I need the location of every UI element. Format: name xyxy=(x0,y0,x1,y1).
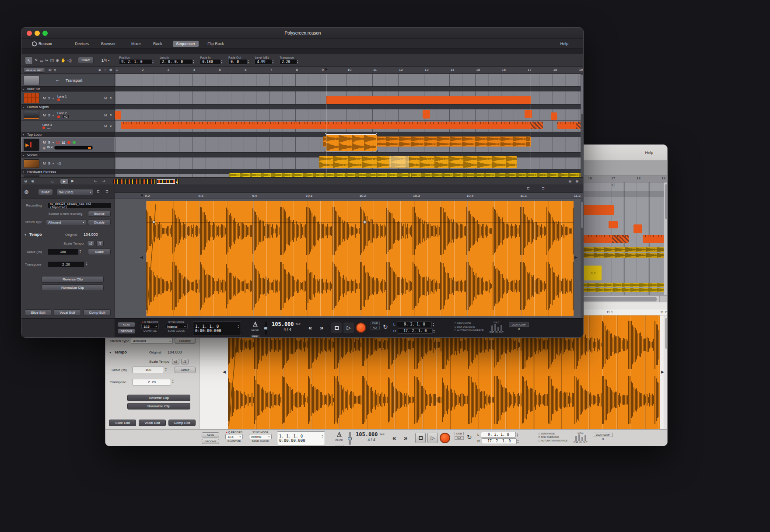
fadein-field[interactable]: 0.180 xyxy=(200,59,221,65)
tempo-slider[interactable] xyxy=(349,432,351,445)
comp-edit-button[interactable]: Comp Edit xyxy=(168,420,196,426)
marker-bracket-left[interactable]: ⊏ xyxy=(97,189,100,193)
clip-left-handle[interactable]: ◀ xyxy=(223,370,226,374)
loop-end-bracket[interactable]: ⊐ xyxy=(102,179,105,183)
lane-mute[interactable]: M xyxy=(104,97,107,100)
track-header-indie[interactable]: ▾Indie Kit xyxy=(21,86,115,91)
editor-grid-dropdown[interactable]: Grid (1/16)▾ xyxy=(56,189,93,195)
clip-handle[interactable] xyxy=(376,150,378,152)
alt-button[interactable]: ALT xyxy=(455,436,464,440)
reverse-clip-button[interactable]: Reverse Clip xyxy=(127,395,190,401)
speaker-icon[interactable]: ◁) xyxy=(57,161,61,165)
slice-edit-button[interactable]: Slice Edit xyxy=(25,309,51,316)
position-display[interactable]: 1. 1. 1. 0▴▾ 0:00:00:000 xyxy=(277,431,325,445)
lane-mute[interactable]: M xyxy=(104,114,107,117)
clip-right-handle[interactable]: ▶ xyxy=(574,255,578,259)
left-locator-marker[interactable]: ⚑ xyxy=(325,68,328,72)
bar-ruler[interactable]: ⚑ ◁ 12345678910111213141516171819 xyxy=(115,67,584,74)
sync-dropdown[interactable]: Internal▾ xyxy=(249,434,272,439)
transpose-stepper[interactable]: ▴▾ xyxy=(86,262,88,266)
loop-button[interactable]: ↻ xyxy=(467,434,472,441)
close-button[interactable] xyxy=(27,31,32,36)
normalize-clip-button[interactable]: Normalize Clip xyxy=(127,403,190,410)
tempo-disclosure[interactable]: ▼ xyxy=(109,351,112,354)
automation-icon[interactable]: ⌁ xyxy=(104,68,106,72)
clip-handle[interactable] xyxy=(376,133,378,135)
gain-handle[interactable] xyxy=(152,220,155,224)
play-button[interactable]: ▷ xyxy=(427,433,438,443)
clip-start-flag[interactable]: ⚑ xyxy=(140,194,144,198)
marker-bracket-right[interactable]: ⊐ xyxy=(105,189,108,193)
selected-audio-clip[interactable] xyxy=(326,134,377,151)
dice-icon[interactable]: ⚂ xyxy=(56,140,60,145)
stretch-type-dropdown[interactable]: Allround▾ xyxy=(46,219,86,225)
track-toploop[interactable]: ▶ M S ▾ ⚂ ⚄ ψ IN ▾ xyxy=(21,137,115,152)
normalize-clip-button[interactable]: Normalize Clip xyxy=(42,284,104,291)
track-header-vocals[interactable]: ▾Vocals xyxy=(21,152,115,158)
transpose-field[interactable]: 2 .20 xyxy=(48,261,84,268)
track-outrun-lane2[interactable]: M S ▾ Lane 2 A2 M ✕ xyxy=(21,109,115,120)
lane-mute[interactable]: M xyxy=(104,125,107,128)
q-record-label[interactable]: ● Q RECORD xyxy=(224,431,245,434)
time-signature[interactable]: 4 / 4 xyxy=(272,327,303,332)
fold-icon[interactable]: ▾▾ xyxy=(56,79,59,82)
solo-all-label[interactable]: S xyxy=(54,68,56,72)
scale-half-button[interactable]: /2 xyxy=(96,241,104,246)
track-transport[interactable]: ▾▾ Transport xyxy=(21,74,115,86)
editor-vscrollbar[interactable] xyxy=(581,199,584,318)
reason-logo[interactable]: Reason xyxy=(32,41,52,46)
menu-rack[interactable]: Rack xyxy=(153,42,162,46)
minimap-handle[interactable]: ◆ xyxy=(176,180,178,183)
tap-button[interactable]: TAP xyxy=(296,323,301,326)
close-editor-button[interactable]: ⊗ xyxy=(24,189,29,195)
track-header-hardware[interactable]: ▾Hardware Fortress xyxy=(21,169,115,174)
scale-pct-field[interactable]: 100 xyxy=(48,248,78,255)
position-stepper[interactable]: ▴▾ xyxy=(152,60,154,64)
track-header-outrun[interactable]: ▾Outrun Nights xyxy=(21,104,115,109)
clip-block[interactable] xyxy=(115,111,121,119)
tempo-slider[interactable] xyxy=(265,322,267,335)
record-button[interactable] xyxy=(440,433,450,443)
record-arm-dot[interactable] xyxy=(57,98,60,101)
send-clock-label[interactable]: SEND CLOCK xyxy=(164,329,189,332)
comp-edit-button[interactable]: Comp Edit xyxy=(84,309,111,316)
transpose-field[interactable]: 2.20 xyxy=(280,59,297,65)
clip-block[interactable] xyxy=(634,224,642,233)
solo-button[interactable]: S xyxy=(48,161,50,165)
magnify-tool[interactable]: ⊕ xyxy=(56,58,59,63)
fadeout-stepper[interactable]: ▴▾ xyxy=(248,60,249,64)
quantize-dropdown[interactable]: 1/16▾ xyxy=(141,324,159,329)
slice-edit-button[interactable]: Slice Edit xyxy=(109,420,136,426)
mute-tool[interactable]: ◫ xyxy=(50,58,54,63)
menu-browser[interactable]: Browser xyxy=(101,42,116,46)
disable-button[interactable]: Disable xyxy=(88,219,111,225)
speaker-tool[interactable]: ◁) xyxy=(67,58,72,63)
lane-label[interactable]: Lane 2 xyxy=(57,112,70,115)
editor-loop-bracket-left[interactable]: ⊏ xyxy=(527,186,530,190)
fadein-stepper[interactable]: ▴▾ xyxy=(221,60,222,64)
delay-comp-button[interactable]: DELAY COMP xyxy=(509,322,529,327)
h-zoom-out-button[interactable]: ⊖ xyxy=(568,179,572,183)
stop-button[interactable] xyxy=(331,322,342,333)
loop-button[interactable]: ↻ xyxy=(383,323,388,330)
position-display[interactable]: 1. 1. 1. 0▴▾ 0:00:00:000 xyxy=(193,321,241,336)
pattern-strip-clip[interactable] xyxy=(557,122,582,129)
scale-button[interactable]: Scale xyxy=(88,248,111,255)
stop-button[interactable] xyxy=(415,433,426,443)
clip-left-handle[interactable]: ◀ xyxy=(140,255,143,259)
track-vocals[interactable]: M S ▾ ◁) xyxy=(21,158,115,169)
keys-button[interactable]: KEYS xyxy=(118,322,135,327)
metronome-icon[interactable] xyxy=(337,432,342,437)
vocal-audio-clip[interactable] xyxy=(319,156,517,168)
record-arm-dot[interactable] xyxy=(57,116,60,118)
menu-mixer[interactable]: Mixer xyxy=(131,42,141,46)
pencil-tool[interactable]: ✎ xyxy=(35,58,38,63)
fade-in-line[interactable] xyxy=(146,201,158,316)
lane-delete[interactable]: ✕ xyxy=(109,96,112,100)
minimap-range[interactable] xyxy=(157,179,175,184)
titlebar[interactable]: Polyscreen.reason xyxy=(21,28,584,39)
pattern-strip-clip[interactable] xyxy=(121,122,543,129)
manual-rec-button[interactable]: MANUAL REC xyxy=(23,68,45,73)
bounce-button[interactable]: Bounce xyxy=(88,211,111,217)
drum-clip[interactable] xyxy=(326,96,531,104)
